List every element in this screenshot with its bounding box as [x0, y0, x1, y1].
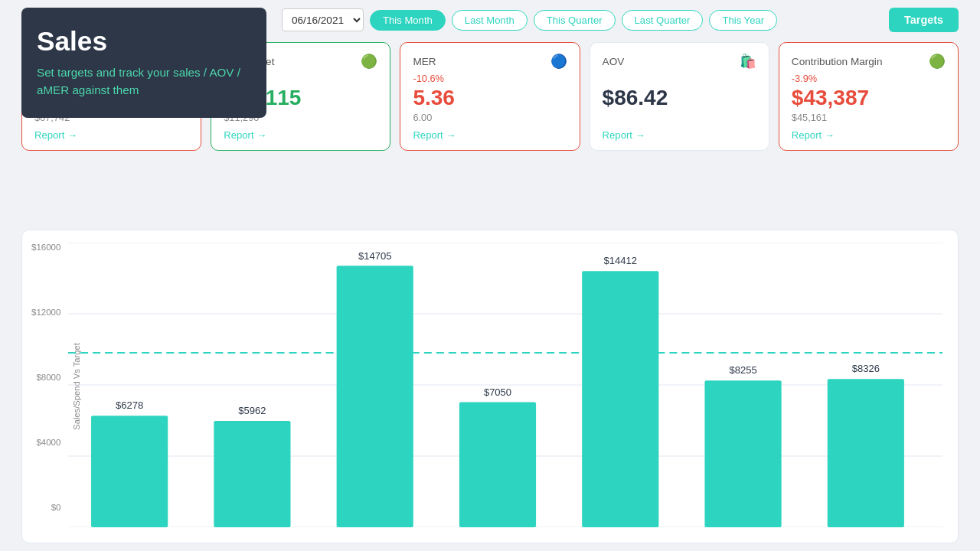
svg-text:$14705: $14705: [358, 250, 391, 262]
tooltip-title: Sales: [37, 26, 251, 57]
filter-last-quarter[interactable]: Last Quarter: [622, 10, 704, 31]
filter-this-month[interactable]: This Month: [370, 10, 446, 31]
y-label-4k: $4000: [36, 438, 60, 447]
card-aov-pct: [603, 73, 756, 84]
svg-rect-12: [459, 403, 536, 527]
card-contribution-sub: $45,161: [792, 112, 946, 123]
card-mer-pct: -10.6%: [413, 73, 567, 84]
tooltip-description: Set targets and track your sales / AOV /…: [37, 64, 251, 99]
card-contribution-pct: -3.9%: [792, 73, 946, 84]
card-mer-icon: 🔵: [550, 54, 567, 70]
y-label-16k: $16000: [31, 243, 60, 252]
svg-rect-16: [704, 380, 781, 527]
card-sales-report[interactable]: Report →: [34, 129, 188, 141]
chart-container: Sales/Spend Vs Target $16000 $12000 $800…: [21, 230, 959, 543]
svg-rect-8: [214, 421, 290, 527]
card-aov-report[interactable]: Report →: [603, 129, 756, 141]
svg-text:$8255: $8255: [729, 364, 756, 376]
card-spend-target-report[interactable]: Report →: [224, 129, 377, 141]
chart-inner: $16000 $12000 $8000 $4000 $0 $6278 $5962: [68, 243, 942, 527]
svg-rect-18: [828, 379, 904, 527]
y-label-12k: $12000: [31, 308, 60, 317]
svg-text:$7050: $7050: [484, 386, 511, 398]
svg-text:$5962: $5962: [238, 405, 266, 416]
card-mer-report[interactable]: Report →: [413, 129, 567, 141]
svg-rect-14: [582, 271, 658, 527]
svg-rect-10: [337, 266, 413, 527]
svg-text:$6278: $6278: [116, 399, 143, 411]
sales-tooltip: Sales Set targets and track your sales /…: [21, 8, 266, 118]
card-mer-sub: 6.00: [413, 112, 567, 123]
card-mer-title: MER: [413, 56, 436, 67]
card-aov-value: $86.42: [603, 86, 756, 110]
y-label-8k: $8000: [36, 373, 60, 382]
card-aov: AOV 🛍️ $86.42 Report →: [590, 42, 769, 151]
filter-this-year[interactable]: This Year: [709, 10, 777, 31]
card-contribution-report[interactable]: Report →: [792, 129, 946, 141]
svg-rect-6: [91, 416, 168, 527]
card-contribution-icon: 🟢: [929, 54, 946, 70]
card-mer: MER 🔵 -10.6% 5.36 6.00 Report →: [400, 42, 580, 151]
card-contribution-title: Contribution Margin: [792, 56, 883, 67]
card-spend-target-icon: 🟢: [361, 54, 377, 70]
filter-this-quarter[interactable]: This Quarter: [534, 10, 616, 31]
card-contribution-value: $43,387: [792, 86, 946, 110]
filter-last-month[interactable]: Last Month: [452, 10, 528, 31]
chart-svg: $6278 $5962 $14705 $7050 $14412 $8255 $8…: [68, 243, 942, 527]
svg-text:$8326: $8326: [852, 363, 880, 374]
y-label-0: $0: [51, 503, 61, 512]
date-selector[interactable]: 06/16/2021: [282, 8, 364, 31]
card-aov-title: AOV: [603, 56, 625, 67]
card-aov-sub: [603, 112, 756, 123]
y-axis-labels: $16000 $12000 $8000 $4000 $0: [31, 243, 60, 512]
targets-button[interactable]: Targets: [889, 8, 959, 32]
card-contribution: Contribution Margin 🟢 -3.9% $43,387 $45,…: [779, 42, 959, 151]
card-aov-icon: 🛍️: [740, 54, 756, 70]
svg-text:$14412: $14412: [604, 256, 637, 267]
card-mer-value: 5.36: [413, 86, 567, 110]
